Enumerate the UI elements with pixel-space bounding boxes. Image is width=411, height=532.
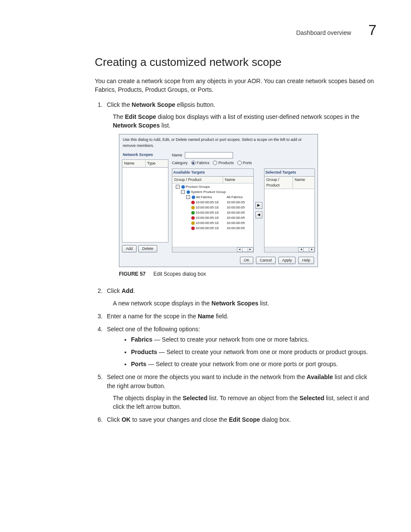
step-2: Click Add. A new network scope displays … — [104, 286, 377, 308]
intro-text: You can create a network scope from any … — [95, 77, 377, 94]
scopes-panel: Network Scopes Name Type Add Delete — [122, 151, 168, 252]
step-5-detail: The objects display in the Selected list… — [113, 394, 377, 411]
option-products: Products — Select to create your network… — [131, 348, 377, 356]
collapse-icon[interactable]: – — [186, 195, 190, 199]
step-6: Click OK to save your changes and close … — [104, 415, 377, 424]
page-title: Creating a customized network scope — [95, 56, 377, 69]
options-list: Fabrics — Select to create your network … — [107, 335, 377, 368]
fabric-icon — [191, 221, 195, 225]
collapse-icon[interactable]: – — [181, 190, 185, 194]
scopes-header: Name Type — [122, 159, 168, 168]
name-label: Name — [172, 152, 182, 158]
fabric-icon — [191, 201, 195, 204]
cancel-button[interactable]: Cancel — [256, 257, 276, 264]
fabric-icon — [191, 227, 195, 230]
scopes-list[interactable] — [122, 168, 168, 243]
chapter-number: 7 — [368, 22, 377, 38]
scroll-right-icon[interactable]: ▸ — [309, 247, 314, 252]
hscroll[interactable]: ◂▸ — [172, 247, 253, 252]
targets-panel: Name Category Fabrics Products Ports Ava… — [172, 151, 315, 252]
breadcrumb: Dashboard overview — [296, 29, 351, 36]
dialog-instruction: Use this dialog to Add, Edit, or Delete … — [119, 134, 318, 150]
radio-dot-icon — [213, 161, 217, 165]
step-5: Select one or more the objects you want … — [104, 373, 377, 411]
scroll-left-icon[interactable]: ◂ — [237, 247, 243, 252]
edit-scope-dialog: Use this dialog to Add, Edit, or Delete … — [119, 134, 318, 267]
option-ports: Ports — Select to create your network fr… — [131, 360, 377, 368]
step-4: Select one of the following options: Fab… — [104, 325, 377, 368]
selected-targets: Selected Targets Group / Product Name ◂▸ — [264, 168, 315, 252]
name-input[interactable] — [185, 152, 233, 159]
step-2-detail: A new network scope displays in the Netw… — [113, 299, 377, 308]
steps-list: Click the Network Scope ellipsis button.… — [95, 100, 377, 424]
step-3: Enter a name for the scope in the Name f… — [104, 312, 377, 320]
option-fabrics: Fabrics — Select to create your network … — [131, 335, 377, 344]
radio-dot-icon — [237, 161, 242, 165]
available-targets: Available Targets Group / Product Name –… — [172, 168, 254, 252]
fabric-icon — [191, 206, 195, 209]
radio-dot-icon — [191, 161, 196, 165]
hscroll[interactable]: ◂▸ — [265, 247, 314, 252]
page-header: Dashboard overview 7 — [95, 22, 377, 38]
group-icon — [187, 190, 190, 194]
step-1-detail: The Edit Scope dialog box displays with … — [113, 112, 377, 130]
group-icon — [192, 196, 195, 199]
move-left-button[interactable]: ◀ — [255, 212, 262, 218]
category-label: Category — [172, 160, 188, 166]
selected-tree[interactable] — [265, 189, 314, 247]
scroll-right-icon[interactable]: ▸ — [248, 247, 253, 252]
step-1: Click the Network Scope ellipsis button.… — [104, 100, 377, 278]
delete-button[interactable]: Delete — [138, 245, 157, 252]
available-tree[interactable]: –Product Groups –System Product Group –A… — [172, 184, 253, 247]
ok-button[interactable]: OK — [240, 257, 253, 264]
radio-products[interactable]: Products — [213, 160, 234, 166]
apply-button[interactable]: Apply — [278, 257, 296, 264]
fabric-icon — [191, 211, 195, 215]
page: Dashboard overview 7 Creating a customiz… — [0, 0, 411, 454]
radio-ports[interactable]: Ports — [237, 160, 252, 166]
group-icon — [181, 185, 185, 189]
help-button[interactable]: Help — [298, 257, 314, 264]
radio-fabrics[interactable]: Fabrics — [191, 160, 210, 166]
scroll-left-icon[interactable]: ◂ — [298, 247, 304, 252]
add-button[interactable]: Add — [122, 245, 137, 252]
figure-caption: FIGURE 57Edit Scopes dialog box — [119, 271, 377, 278]
move-right-button[interactable]: ▶ — [255, 202, 262, 209]
fabric-icon — [191, 216, 195, 220]
dialog-footer: OK Cancel Apply Help — [119, 254, 318, 267]
collapse-icon[interactable]: – — [176, 185, 180, 189]
